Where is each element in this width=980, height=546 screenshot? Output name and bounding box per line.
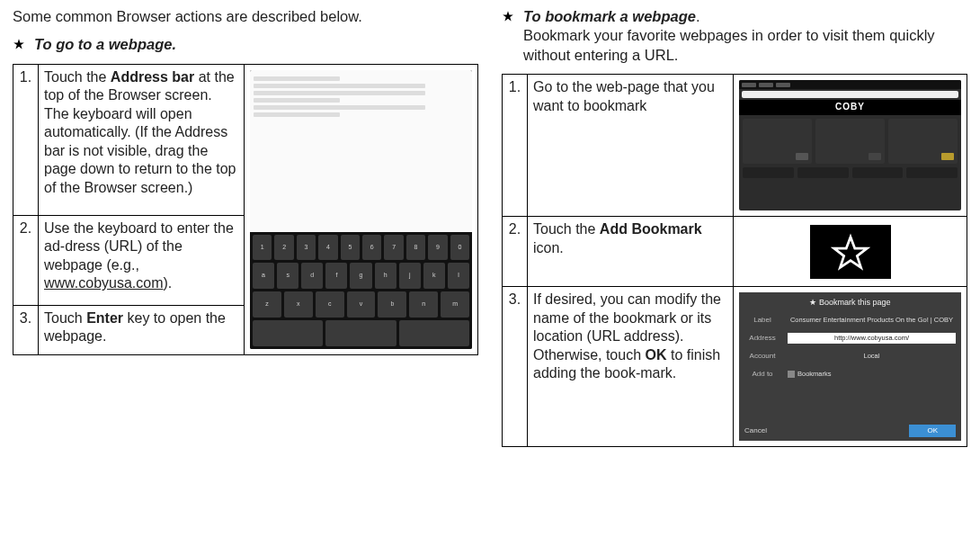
add-bookmark-icon	[810, 225, 891, 279]
step-text: Touch Enter key to open the webpage.	[39, 305, 245, 354]
step-image-keyboard: 1234567890 asdfghjkl zxcvbnm	[245, 64, 478, 354]
table-row: 2. Touch the Add Bookmark icon.	[503, 217, 967, 287]
step-text: If desired, you can modify the name of t…	[528, 287, 734, 447]
step-image-bookmark-dialog: ★ Bookmark this page LabelConsumer Enter…	[734, 287, 967, 447]
heading-label: To go to a webpage.	[34, 35, 176, 54]
step-text: Touch the Address bar at the top of the …	[39, 64, 245, 215]
step-number: 1.	[13, 64, 39, 215]
step-text: Touch the Add Bookmark icon.	[528, 217, 734, 287]
table-row: 1. Go to the web-page that you want to b…	[503, 75, 967, 217]
cancel-button: Cancel	[744, 426, 767, 435]
step-text: Use the keyboard to enter the ad-dress (…	[39, 215, 245, 305]
coby-site-thumbnail: COBY	[739, 80, 961, 210]
goto-steps-table: 1. Touch the Address bar at the top of t…	[13, 64, 478, 355]
heading-label: To bookmark a webpage. Bookmark your fav…	[523, 7, 967, 65]
step-number: 3.	[13, 305, 39, 354]
step-number: 3.	[503, 287, 528, 447]
table-row: 3. If desired, you can modify the name o…	[503, 287, 967, 447]
step-image-star-icon	[734, 217, 967, 287]
left-column: Some common Browser actions are describe…	[13, 7, 478, 447]
step-number: 2.	[503, 217, 528, 287]
section-heading-bookmark: To bookmark a webpage. Bookmark your fav…	[502, 7, 967, 65]
star-icon	[13, 38, 25, 50]
bookmark-dialog-thumbnail: ★ Bookmark this page LabelConsumer Enter…	[739, 292, 961, 441]
browser-keyboard-thumbnail: 1234567890 asdfghjkl zxcvbnm	[250, 70, 472, 349]
star-icon	[502, 10, 514, 22]
step-number: 2.	[13, 215, 39, 305]
intro-text: Some common Browser actions are describe…	[13, 7, 478, 26]
right-column: To bookmark a webpage. Bookmark your fav…	[502, 7, 967, 447]
step-number: 1.	[503, 75, 528, 217]
bookmark-steps-table: 1. Go to the web-page that you want to b…	[502, 74, 967, 447]
ok-button: OK	[909, 425, 956, 437]
table-row: 1. Touch the Address bar at the top of t…	[13, 64, 478, 215]
bookmark-icon	[788, 371, 795, 378]
section-heading-goto: To go to a webpage.	[13, 35, 478, 54]
step-text: Go to the web-page that you want to book…	[528, 75, 734, 217]
step-image-coby-site: COBY	[734, 75, 967, 217]
